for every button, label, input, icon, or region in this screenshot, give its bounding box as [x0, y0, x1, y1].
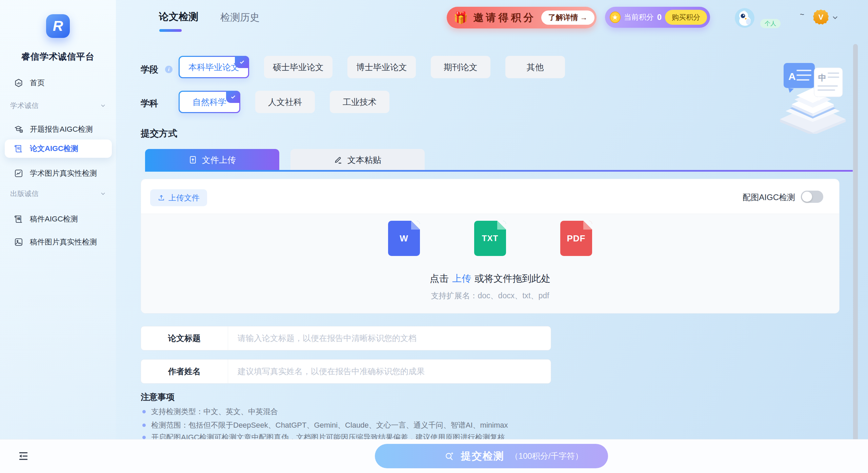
user-menu-chevron-icon[interactable]: [831, 14, 839, 23]
tab-paper-detection[interactable]: 论文检测: [159, 10, 198, 24]
bullet-dot: [142, 424, 146, 427]
sidebar-item-paper-aigc[interactable]: 论 论文AIGC检测: [5, 139, 112, 158]
supported-extensions: 支持扩展名：doc、docx、txt、pdf: [431, 291, 549, 301]
avatar[interactable]: [735, 8, 754, 28]
sidebar: R 睿信学术诚信平台 首页 学术诚信 开题报告AIGC检测: [0, 0, 116, 473]
banner-title: 邀请得积分: [473, 11, 536, 25]
books-illustration: A 中: [776, 54, 849, 135]
sidebar-item-manuscript-aigc[interactable]: 稿 稿件AIGC检测: [5, 210, 112, 228]
check-icon: [226, 91, 240, 103]
drop-hint: 点击上传或将文件拖到此处: [430, 272, 550, 285]
upload-link[interactable]: 上传: [452, 273, 471, 284]
chip-journal-paper[interactable]: 期刊论文: [431, 56, 490, 78]
file-type-icons: W TXT PDF: [388, 221, 592, 256]
sidebar-item-home[interactable]: 首页: [5, 74, 112, 92]
plan-badge: 个人: [760, 19, 781, 28]
svg-text:稿: 稿: [17, 217, 20, 220]
chip-label: 工业技术: [343, 96, 377, 108]
paper-scroll-icon: 论: [14, 144, 24, 154]
chip-humanities[interactable]: 人文社科: [255, 91, 315, 113]
subject-options: 自然科学 人文社科 工业技术: [179, 91, 389, 113]
paper-title-input[interactable]: [228, 334, 551, 343]
sidebar-item-academic-image[interactable]: 学术图片真实性检测: [5, 164, 112, 182]
sidebar-item-proposal-aigc[interactable]: 开题报告AIGC检测: [5, 120, 112, 138]
user-name: ~: [800, 10, 804, 19]
chip-label: 本科毕业论文: [188, 62, 239, 73]
tab-label: 文本粘贴: [347, 154, 381, 166]
sidebar-item-label: 论文AIGC检测: [30, 144, 78, 154]
sidebar-item-label: 首页: [30, 78, 45, 88]
tab-text-paste[interactable]: 文本粘贴: [290, 149, 425, 171]
svg-text:A: A: [788, 71, 796, 82]
pdf-file-icon: PDF: [560, 221, 592, 256]
tab-label: 文件上传: [202, 154, 236, 166]
invite-points-banner[interactable]: 🎁 邀请得积分 了解详情 →: [447, 7, 597, 28]
sidebar-section-publishing[interactable]: 出版诚信: [10, 187, 106, 200]
points-label: 当前积分: [624, 12, 654, 22]
submission-tabs: 文件上传 文本粘贴: [145, 149, 425, 171]
chip-label: 其他: [527, 62, 544, 73]
info-icon[interactable]: i: [165, 66, 173, 73]
tab-detection-history[interactable]: 检测历史: [220, 11, 260, 24]
note-item: 检测范围：包括但不限于DeepSeek、ChatGPT、Gemini、Claud…: [142, 420, 508, 430]
chip-industrial-tech[interactable]: 工业技术: [330, 91, 389, 113]
collapse-sidebar-icon: [17, 450, 29, 462]
submit-price: （100积分/千字符）: [510, 451, 583, 461]
hint-prefix: 点击: [430, 273, 449, 284]
section-label: 出版诚信: [10, 189, 39, 198]
points-pill: ★ 当前积分 0 购买积分: [605, 7, 710, 28]
chip-undergraduate-thesis[interactable]: 本科毕业论文: [179, 56, 249, 78]
file-badge-label: W: [400, 233, 408, 244]
word-file-icon: W: [388, 221, 420, 256]
tab-file-upload[interactable]: 文件上传: [145, 149, 279, 171]
chip-label: 博士毕业论文: [356, 62, 407, 73]
svg-text:论: 论: [17, 147, 20, 150]
chevron-down-icon: [100, 102, 106, 109]
buy-points-button[interactable]: 购买积分: [665, 10, 707, 25]
author-name-label: 作者姓名: [141, 366, 228, 377]
subject-label: 学科: [141, 98, 158, 109]
bird-avatar-icon: [735, 8, 754, 28]
file-dropzone[interactable]: W TXT PDF 点击上传或将文件拖到此处 支持扩展名：doc、docx、tx…: [141, 214, 839, 313]
vip-badge[interactable]: V: [813, 9, 829, 25]
sidebar-item-manuscript-image[interactable]: 稿件图片真实性检测: [5, 233, 112, 251]
bullet-dot: [142, 410, 146, 413]
collapse-sidebar-button[interactable]: [16, 449, 31, 463]
education-level-label: 学段: [141, 64, 158, 76]
pencil-icon: [334, 155, 343, 164]
author-name-input[interactable]: [228, 367, 551, 376]
toggle-knob: [802, 192, 812, 202]
chip-master-thesis[interactable]: 硕士毕业论文: [264, 56, 332, 78]
chip-label: 人文社科: [268, 96, 302, 108]
file-badge-label: TXT: [482, 234, 498, 243]
upload-file-button[interactable]: 上传文件: [150, 189, 207, 206]
paper-title-field: 论文标题: [141, 326, 551, 350]
manuscript-scroll-icon: 稿: [14, 214, 24, 224]
sidebar-item-label: 稿件图片真实性检测: [30, 237, 97, 247]
note-text: 支持检测类型：中文、英文、中英混合: [151, 407, 278, 417]
search-sparkle-icon: [444, 451, 455, 461]
submission-method-heading: 提交方式: [141, 127, 177, 139]
scrollbar[interactable]: [853, 44, 858, 469]
file-badge-label: PDF: [567, 233, 586, 244]
sidebar-section-academic[interactable]: 学术诚信: [10, 99, 106, 112]
upload-icon: [158, 194, 165, 201]
notes-heading: 注意事项: [141, 391, 175, 403]
sidebar-item-label: 学术图片真实性检测: [30, 168, 97, 178]
chip-natural-science[interactable]: 自然科学: [179, 91, 240, 113]
chip-other[interactable]: 其他: [505, 56, 565, 78]
aigc-image-toggle[interactable]: [801, 191, 823, 203]
chip-doctoral-thesis[interactable]: 博士毕业论文: [347, 56, 416, 78]
app-logo: R: [46, 14, 70, 38]
svg-text:中: 中: [818, 73, 826, 82]
tab-accent-line: [145, 170, 853, 172]
points-value: 0: [657, 13, 662, 22]
banner-details-button[interactable]: 了解详情 →: [541, 10, 594, 25]
chevron-down-icon: [100, 190, 106, 197]
submit-label: 提交检测: [461, 449, 504, 463]
graduation-report-icon: [14, 124, 24, 134]
chip-label: 硕士毕业论文: [273, 62, 324, 73]
txt-file-icon: TXT: [474, 221, 506, 256]
submit-detection-button[interactable]: 提交检测 （100积分/千字符）: [375, 444, 608, 468]
logo-letter: R: [53, 18, 63, 34]
